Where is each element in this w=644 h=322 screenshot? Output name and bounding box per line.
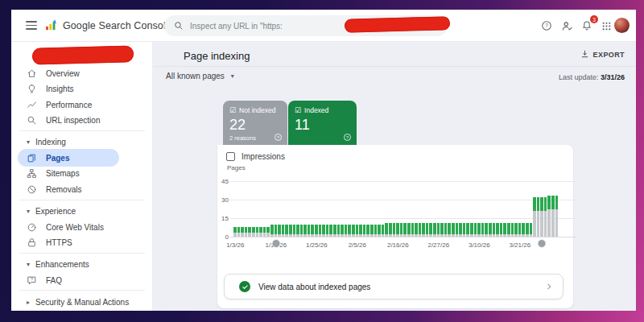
stacked-bar[interactable] bbox=[311, 225, 314, 237]
stacked-bar[interactable] bbox=[289, 225, 292, 237]
stacked-bar[interactable] bbox=[547, 196, 551, 237]
stacked-bar[interactable] bbox=[322, 225, 325, 237]
view-indexed-data-row[interactable]: View data about indexed pages bbox=[224, 274, 564, 299]
stacked-bar[interactable] bbox=[285, 225, 288, 237]
account-avatar[interactable] bbox=[614, 18, 630, 33]
stacked-bar[interactable] bbox=[493, 223, 496, 237]
stacked-bar[interactable] bbox=[337, 225, 341, 237]
update-marker-dot[interactable] bbox=[271, 239, 280, 248]
stacked-bar[interactable] bbox=[341, 225, 344, 237]
sidebar-item-faq[interactable]: ? FAQ bbox=[11, 273, 153, 287]
stacked-bar[interactable] bbox=[422, 223, 425, 237]
apps-grid-icon[interactable] bbox=[599, 19, 613, 33]
stacked-bar[interactable] bbox=[426, 223, 429, 237]
stacked-bar[interactable] bbox=[533, 197, 536, 237]
sidebar-section-enhancements[interactable]: ▾ Enhancements bbox=[11, 258, 153, 270]
help-icon[interactable]: ? bbox=[344, 134, 351, 141]
stacked-bar[interactable] bbox=[396, 223, 399, 237]
stacked-bar[interactable] bbox=[266, 227, 270, 237]
stacked-bar[interactable] bbox=[407, 223, 411, 237]
sidebar-item-pages[interactable]: Pages bbox=[11, 151, 153, 165]
stacked-bar[interactable] bbox=[256, 227, 259, 237]
stacked-bar[interactable] bbox=[248, 227, 251, 237]
sidebar-item-overview[interactable]: Overview bbox=[11, 66, 153, 80]
stacked-bar[interactable] bbox=[456, 223, 459, 237]
stacked-bar[interactable] bbox=[382, 225, 385, 237]
menu-icon[interactable] bbox=[26, 21, 37, 30]
stacked-bar[interactable] bbox=[333, 225, 336, 237]
stacked-bar[interactable] bbox=[233, 227, 237, 237]
stacked-bar[interactable] bbox=[378, 225, 381, 237]
stacked-bar[interactable] bbox=[448, 223, 451, 237]
stacked-bar[interactable] bbox=[245, 227, 248, 237]
stacked-bar[interactable] bbox=[296, 225, 299, 237]
sidebar-item-removals[interactable]: Removals bbox=[11, 182, 153, 196]
stacked-bar[interactable] bbox=[293, 225, 296, 237]
stacked-bar[interactable] bbox=[415, 223, 418, 237]
stacked-bar[interactable] bbox=[241, 227, 244, 237]
stacked-bar[interactable] bbox=[496, 223, 499, 237]
indexed-card[interactable]: ☑Indexed 11 ? bbox=[288, 101, 357, 145]
sidebar-item-sitemaps[interactable]: Sitemaps bbox=[11, 166, 153, 180]
stacked-bar[interactable] bbox=[329, 225, 332, 237]
stacked-bar[interactable] bbox=[507, 223, 510, 237]
stacked-bar[interactable] bbox=[485, 223, 488, 237]
stacked-bar[interactable] bbox=[359, 225, 362, 237]
stacked-bar[interactable] bbox=[463, 223, 466, 237]
stacked-bar[interactable] bbox=[474, 223, 477, 237]
sidebar-item-core-web-vitals[interactable]: Core Web Vitals bbox=[11, 220, 153, 234]
stacked-bar[interactable] bbox=[263, 227, 266, 237]
impressions-checkbox[interactable]: Impressions bbox=[226, 152, 285, 161]
sidebar-section-indexing[interactable]: ▾ Indexing bbox=[11, 135, 153, 148]
stacked-bar[interactable] bbox=[470, 223, 473, 237]
sidebar-item-https[interactable]: HTTPS bbox=[11, 235, 153, 250]
stacked-bar[interactable] bbox=[356, 225, 359, 237]
stacked-bar[interactable] bbox=[278, 225, 281, 237]
help-icon[interactable]: ? bbox=[275, 134, 282, 141]
stacked-bar[interactable] bbox=[374, 225, 378, 237]
sidebar-item-insights[interactable]: Insights bbox=[11, 81, 153, 96]
stacked-bar[interactable] bbox=[419, 223, 422, 237]
stacked-bar[interactable] bbox=[411, 223, 415, 237]
stacked-bar[interactable] bbox=[429, 223, 432, 237]
stacked-bar[interactable] bbox=[437, 223, 440, 237]
stacked-bar[interactable] bbox=[385, 223, 388, 237]
stacked-bar[interactable] bbox=[440, 223, 444, 237]
stacked-bar[interactable] bbox=[466, 223, 469, 237]
stacked-bar[interactable] bbox=[308, 225, 311, 237]
stacked-bar[interactable] bbox=[237, 227, 241, 237]
stacked-bar[interactable] bbox=[363, 225, 366, 237]
help-button[interactable]: ? bbox=[539, 19, 554, 33]
stacked-bar[interactable] bbox=[282, 225, 285, 237]
stacked-bar[interactable] bbox=[514, 223, 518, 237]
stacked-bar[interactable] bbox=[300, 225, 303, 237]
stacked-bar[interactable] bbox=[393, 223, 396, 237]
stacked-bar[interactable] bbox=[551, 196, 555, 237]
stacked-bar[interactable] bbox=[252, 227, 255, 237]
notifications-bell-icon[interactable]: 3 bbox=[580, 19, 594, 33]
update-marker-dot[interactable] bbox=[538, 239, 547, 248]
not-indexed-card[interactable]: ☑Not indexed 22 2 reasons ? bbox=[223, 101, 287, 145]
stacked-bar[interactable] bbox=[452, 223, 455, 237]
stacked-bar[interactable] bbox=[403, 223, 407, 237]
stacked-bar[interactable] bbox=[303, 225, 307, 237]
stacked-bar[interactable] bbox=[522, 223, 525, 237]
stacked-bar[interactable] bbox=[389, 223, 392, 237]
stacked-bar[interactable] bbox=[489, 223, 492, 237]
stacked-bar[interactable] bbox=[366, 225, 369, 237]
stacked-bar[interactable] bbox=[315, 225, 318, 237]
stacked-bar[interactable] bbox=[433, 223, 436, 237]
stacked-bar[interactable] bbox=[352, 225, 355, 237]
stacked-bar[interactable] bbox=[526, 223, 529, 237]
stacked-bar[interactable] bbox=[530, 223, 533, 237]
stacked-bar[interactable] bbox=[503, 223, 506, 237]
sidebar-section-security-manual-actions[interactable]: ▸ Security & Manual Actions bbox=[11, 295, 153, 308]
user-settings-icon[interactable] bbox=[559, 19, 574, 33]
stacked-bar[interactable] bbox=[275, 225, 278, 237]
stacked-bar[interactable] bbox=[259, 227, 262, 237]
stacked-bar[interactable] bbox=[400, 223, 403, 237]
stacked-bar[interactable] bbox=[477, 223, 481, 237]
sidebar-item-url-inspection[interactable]: URL inspection bbox=[11, 113, 153, 127]
sidebar-section-experience[interactable]: ▾ Experience bbox=[11, 204, 153, 217]
export-button[interactable]: EXPORT bbox=[580, 50, 625, 59]
